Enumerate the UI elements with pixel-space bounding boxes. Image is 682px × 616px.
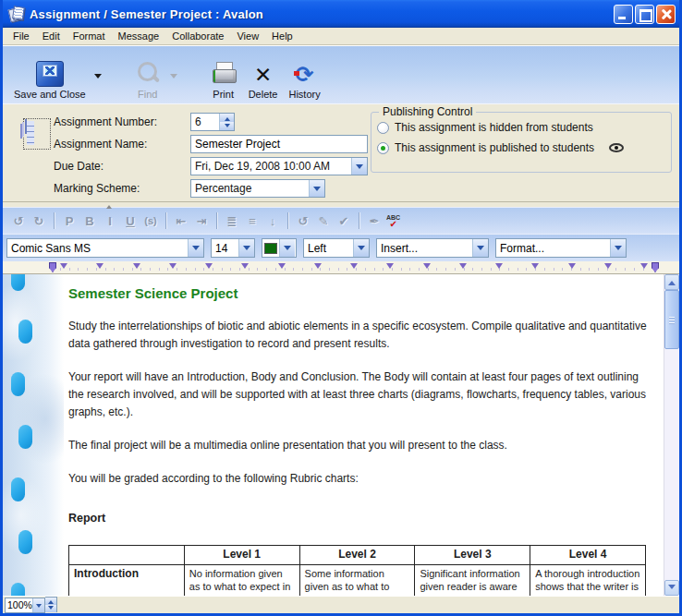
header-cell: Level 4 bbox=[530, 546, 646, 565]
font-size-select[interactable]: 14 bbox=[211, 238, 255, 258]
history-button[interactable]: ⟳ History bbox=[283, 50, 325, 102]
radio-published-option[interactable]: This assignment is published to students bbox=[377, 141, 624, 154]
menu-item-help[interactable]: Help bbox=[265, 29, 299, 43]
signature-icon[interactable]: ✒ bbox=[364, 211, 384, 231]
paragraph: You will be graded according to the foll… bbox=[68, 470, 652, 488]
font-family-select[interactable]: Comic Sans MS bbox=[6, 238, 204, 258]
menu-item-file[interactable]: File bbox=[6, 29, 36, 43]
chevron-down-icon[interactable] bbox=[610, 239, 626, 257]
stepper-up-icon[interactable] bbox=[45, 598, 56, 605]
left-indent-marker[interactable] bbox=[49, 262, 56, 272]
chevron-down-icon[interactable] bbox=[351, 158, 367, 175]
toolbar-separator bbox=[359, 212, 359, 229]
print-button[interactable]: Print bbox=[204, 50, 243, 102]
radio-checked-icon[interactable] bbox=[377, 142, 389, 154]
right-indent-marker[interactable] bbox=[652, 262, 659, 272]
chevron-down-icon[interactable] bbox=[472, 239, 488, 257]
marking-scheme-label: Marking Scheme: bbox=[54, 182, 190, 195]
accept-icon[interactable]: ✔ bbox=[334, 211, 354, 231]
assignment-number-stepper[interactable]: 6 bbox=[190, 113, 235, 131]
eye-icon bbox=[609, 143, 624, 152]
toolbar-separator bbox=[54, 212, 55, 229]
header-cell: Level 3 bbox=[415, 546, 530, 565]
paragraph-icon[interactable]: P bbox=[59, 211, 79, 231]
chevron-down-icon[interactable] bbox=[353, 239, 369, 257]
minimize-button[interactable] bbox=[614, 5, 633, 24]
assignment-icon bbox=[23, 118, 51, 150]
table-cell: No information given as to what to expec… bbox=[184, 565, 299, 597]
scroll-up-button[interactable] bbox=[664, 274, 679, 290]
due-date-select[interactable]: Fri, Dec 19, 2008 10:00 AM bbox=[190, 157, 368, 175]
ruler[interactable] bbox=[3, 261, 679, 274]
insert-below-icon[interactable]: ↓ bbox=[262, 211, 283, 231]
menu-item-edit[interactable]: Edit bbox=[36, 29, 67, 43]
save-and-close-button[interactable]: Save and Close bbox=[8, 50, 91, 102]
chevron-down-icon[interactable] bbox=[188, 239, 203, 257]
underline-icon[interactable]: U bbox=[120, 211, 140, 231]
undo-icon[interactable]: ↺ bbox=[8, 211, 29, 231]
strikethrough-icon[interactable]: (s) bbox=[140, 211, 161, 231]
format-toolbar: ↺ ↻ P B I U (s) ⇤ ⇥ ≣ ≡ ↓ ↺ ✎ ✔ ✒ ABC ✔ bbox=[3, 207, 679, 234]
menu-item-view[interactable]: View bbox=[230, 29, 265, 43]
header-cell: Level 1 bbox=[184, 546, 299, 565]
scroll-down-button[interactable] bbox=[664, 580, 679, 596]
stepper-down-icon[interactable] bbox=[45, 605, 56, 612]
save-dropdown-arrow[interactable] bbox=[91, 50, 104, 102]
indent-icon[interactable]: ⇥ bbox=[191, 211, 212, 231]
scrollbar-track[interactable] bbox=[664, 290, 679, 580]
binding-pill bbox=[18, 320, 32, 344]
bulleted-list-icon[interactable]: ≡ bbox=[242, 211, 262, 231]
statusbar: 100% bbox=[3, 596, 679, 613]
toolbar-collapse-handle[interactable] bbox=[3, 202, 679, 207]
report-heading: Report bbox=[68, 510, 652, 527]
zoom-select[interactable]: 100% bbox=[5, 598, 45, 613]
insert-select[interactable]: Insert... bbox=[376, 238, 489, 258]
pencil-icon[interactable]: ✎ bbox=[313, 211, 334, 231]
maximize-button[interactable] bbox=[635, 5, 654, 24]
chevron-down-icon[interactable] bbox=[238, 239, 254, 257]
font-color-select[interactable] bbox=[262, 238, 297, 258]
chevron-down-icon[interactable] bbox=[309, 180, 324, 197]
radio-icon[interactable] bbox=[377, 122, 389, 134]
format-select[interactable]: Format... bbox=[495, 238, 627, 258]
vertical-scrollbar[interactable] bbox=[664, 274, 679, 596]
marking-scheme-select[interactable]: Percentage bbox=[190, 179, 325, 198]
paragraph: The final project will be a multimedia o… bbox=[68, 437, 652, 454]
due-date-label: Due Date: bbox=[54, 160, 190, 173]
toolbar-separator bbox=[287, 212, 288, 229]
stepper-up-icon[interactable] bbox=[220, 114, 234, 122]
assignment-name-field[interactable] bbox=[190, 135, 368, 153]
table-cell: Some information given as to what to exp… bbox=[299, 565, 415, 597]
assignment-name-input[interactable] bbox=[191, 138, 367, 151]
scrollbar-thumb[interactable] bbox=[664, 290, 679, 349]
stepper-down-icon[interactable] bbox=[220, 122, 234, 130]
align-select[interactable]: Left bbox=[303, 238, 370, 258]
save-icon bbox=[36, 61, 64, 87]
binding-pill bbox=[11, 372, 25, 396]
menu-item-collaborate[interactable]: Collaborate bbox=[165, 29, 230, 43]
assignment-number-label: Assignment Number: bbox=[54, 115, 190, 128]
chevron-down-icon bbox=[170, 74, 177, 82]
font-toolbar: Comic Sans MS 14 Left Insert... Format..… bbox=[3, 234, 679, 261]
app-icon bbox=[8, 6, 25, 22]
menu-item-message[interactable]: Message bbox=[112, 29, 166, 43]
radio-hidden-option[interactable]: This assignment is hidden from students bbox=[377, 121, 593, 134]
outdent-icon[interactable]: ⇤ bbox=[171, 211, 191, 231]
row-label-cell: Introduction bbox=[69, 565, 185, 597]
redo-icon[interactable]: ↻ bbox=[29, 211, 49, 231]
zoom-stepper[interactable] bbox=[45, 597, 57, 612]
close-button[interactable] bbox=[656, 5, 676, 24]
chevron-down-icon[interactable] bbox=[279, 239, 295, 257]
italic-icon[interactable]: I bbox=[100, 211, 120, 231]
spellcheck-icon[interactable]: ABC ✔ bbox=[386, 214, 400, 228]
numbered-list-icon[interactable]: ≣ bbox=[222, 211, 242, 231]
stationery-margin bbox=[3, 274, 64, 596]
document-heading: Semester Science Project bbox=[68, 284, 652, 302]
chevron-down-icon[interactable] bbox=[32, 598, 44, 612]
bold-icon[interactable]: B bbox=[79, 211, 100, 231]
rotate-icon[interactable]: ↺ bbox=[293, 211, 313, 231]
titlebar[interactable]: Assignment / Semester Project : Avalon bbox=[3, 0, 679, 28]
menu-item-format[interactable]: Format bbox=[67, 29, 112, 43]
delete-button[interactable]: ✕ Delete bbox=[243, 50, 284, 102]
document-editor-canvas[interactable]: Semester Science Project Study the inter… bbox=[64, 274, 664, 596]
